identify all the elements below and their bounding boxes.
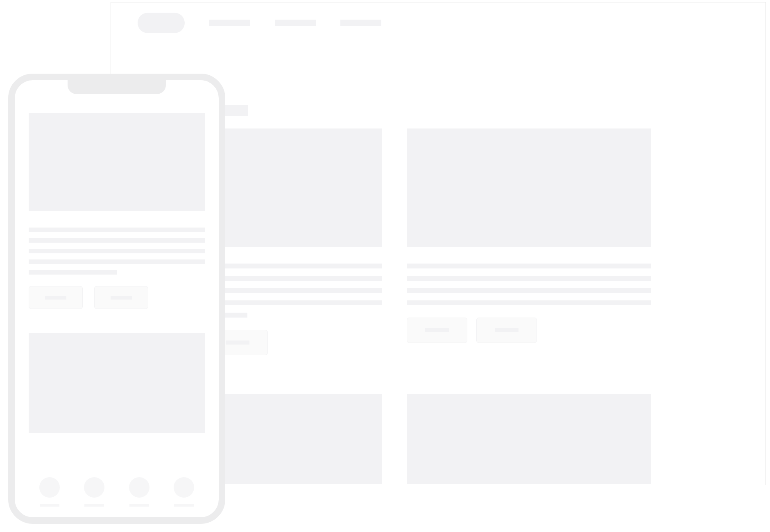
tab-icon-placeholder: [39, 477, 60, 498]
tab-icon-placeholder: [84, 477, 104, 498]
tab-item: [129, 477, 149, 507]
text-line-placeholder: [407, 264, 651, 268]
text-line-placeholder: [29, 270, 117, 275]
card-image-placeholder: [407, 394, 651, 484]
card-image-placeholder: [29, 333, 205, 433]
text-line-placeholder: [29, 238, 205, 243]
phone-notch: [68, 80, 166, 94]
card-buttons: [407, 318, 651, 343]
text-line-placeholder: [29, 259, 205, 264]
phone-tabbar: [15, 466, 219, 517]
tab-icon-placeholder: [174, 477, 194, 498]
nav-item-placeholder: [209, 20, 250, 26]
text-line-placeholder: [407, 300, 651, 305]
button-label-placeholder: [425, 328, 449, 332]
text-line-placeholder: [29, 228, 205, 232]
tab-item: [39, 477, 60, 507]
text-line-placeholder: [407, 288, 651, 293]
tab-label-placeholder: [40, 504, 59, 507]
button-label-placeholder: [495, 328, 519, 332]
card-image-placeholder: [29, 113, 205, 211]
tab-label-placeholder: [174, 504, 194, 507]
button-placeholder: [29, 286, 83, 309]
logo-placeholder: [138, 13, 185, 33]
button-placeholder: [407, 318, 467, 343]
button-label-placeholder: [111, 296, 132, 300]
text-line-placeholder: [407, 276, 651, 281]
nav-item-placeholder: [340, 20, 381, 26]
card-image-placeholder: [407, 128, 651, 247]
tab-item: [84, 477, 104, 507]
card-buttons: [29, 286, 205, 309]
content-card: [407, 394, 651, 484]
button-placeholder: [94, 286, 148, 309]
text-line-placeholder: [29, 249, 205, 253]
button-label-placeholder: [226, 340, 249, 345]
button-placeholder: [476, 318, 537, 343]
browser-header: [111, 2, 765, 43]
tab-item: [174, 477, 194, 507]
button-label-placeholder: [45, 296, 66, 300]
phone-content: [15, 80, 219, 433]
tab-label-placeholder: [129, 504, 149, 507]
nav-item-placeholder: [275, 20, 316, 26]
tab-label-placeholder: [84, 504, 104, 507]
phone-frame-wireframe: [8, 74, 225, 524]
tab-icon-placeholder: [129, 477, 149, 498]
content-card: [407, 128, 651, 355]
